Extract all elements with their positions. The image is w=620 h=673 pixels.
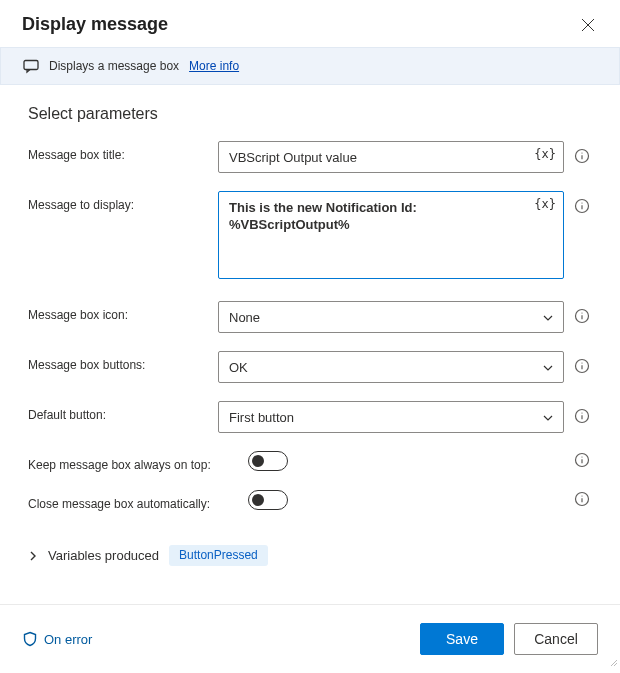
message-box-title-input[interactable] [218, 141, 564, 173]
resize-grip-icon[interactable] [608, 653, 618, 671]
row-default-button: Default button: First button [28, 401, 592, 433]
message-box-buttons-select[interactable]: OK [218, 351, 564, 383]
label-message-to-display: Message to display: [28, 191, 218, 212]
label-always-on-top: Keep message box always on top: [28, 451, 248, 472]
svg-point-8 [581, 362, 582, 363]
info-bar-text: Displays a message box [49, 59, 179, 73]
label-message-box-icon: Message box icon: [28, 301, 218, 322]
row-message-to-display: Message to display: This is the new Noti… [28, 191, 592, 283]
message-box-icon-select[interactable]: None [218, 301, 564, 333]
variables-produced-label: Variables produced [48, 548, 159, 563]
chevron-right-icon [28, 551, 38, 561]
cancel-button[interactable]: Cancel [514, 623, 598, 655]
on-error-link[interactable]: On error [22, 631, 92, 647]
message-to-display-input[interactable]: This is the new Notification Id: %VBScri… [218, 191, 564, 279]
dialog-body: Select parameters Message box title: {x}… [0, 85, 620, 604]
row-message-box-buttons: Message box buttons: OK [28, 351, 592, 383]
svg-point-2 [581, 152, 582, 153]
insert-variable-button[interactable]: {x} [534, 147, 556, 161]
row-message-box-icon: Message box icon: None [28, 301, 592, 333]
message-icon [23, 58, 39, 74]
insert-variable-button[interactable]: {x} [534, 197, 556, 211]
shield-icon [22, 631, 38, 647]
info-bar: Displays a message box More info [0, 47, 620, 85]
label-message-box-title: Message box title: [28, 141, 218, 162]
on-error-label: On error [44, 632, 92, 647]
info-icon[interactable] [574, 148, 592, 166]
info-icon[interactable] [574, 198, 592, 216]
close-button[interactable] [578, 15, 598, 35]
row-always-on-top: Keep message box always on top: [28, 451, 592, 472]
dialog-header: Display message [0, 0, 620, 47]
svg-rect-0 [24, 61, 38, 70]
info-icon[interactable] [574, 308, 592, 326]
dialog-footer: On error Save Cancel [0, 604, 620, 673]
svg-point-4 [581, 202, 582, 203]
close-automatically-toggle[interactable] [248, 490, 288, 510]
save-button[interactable]: Save [420, 623, 504, 655]
label-message-box-buttons: Message box buttons: [28, 351, 218, 372]
info-icon[interactable] [574, 452, 592, 470]
row-message-box-title: Message box title: {x} [28, 141, 592, 173]
svg-point-6 [581, 312, 582, 313]
variables-produced-row[interactable]: Variables produced ButtonPressed [28, 529, 592, 572]
svg-point-14 [581, 495, 582, 496]
svg-point-12 [581, 456, 582, 457]
label-close-automatically: Close message box automatically: [28, 490, 248, 511]
info-icon[interactable] [574, 408, 592, 426]
display-message-dialog: Display message Displays a message box M… [0, 0, 620, 673]
info-icon[interactable] [574, 491, 592, 509]
row-close-automatically: Close message box automatically: [28, 490, 592, 511]
svg-point-10 [581, 412, 582, 413]
dialog-title: Display message [22, 14, 168, 35]
default-button-select[interactable]: First button [218, 401, 564, 433]
label-default-button: Default button: [28, 401, 218, 422]
section-title: Select parameters [28, 105, 592, 123]
more-info-link[interactable]: More info [189, 59, 239, 73]
close-icon [581, 18, 595, 32]
variable-pill[interactable]: ButtonPressed [169, 545, 268, 566]
always-on-top-toggle[interactable] [248, 451, 288, 471]
info-icon[interactable] [574, 358, 592, 376]
